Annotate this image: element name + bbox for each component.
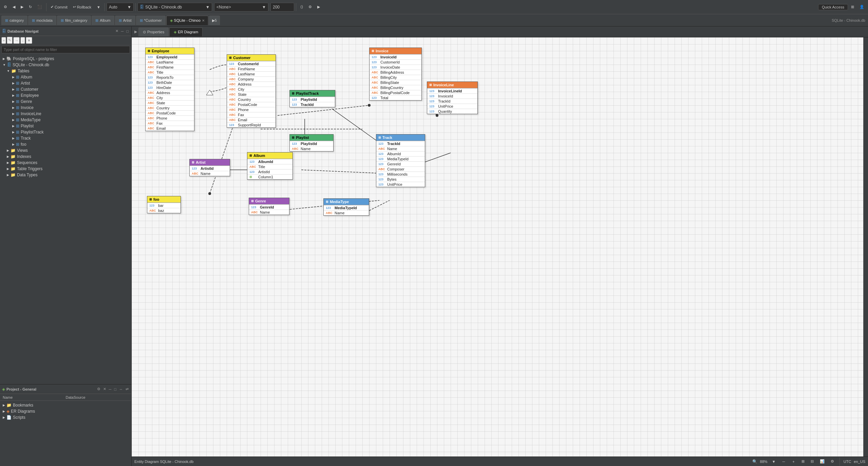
tree-customer[interactable]: ▶ ⊞ Customer bbox=[0, 86, 131, 92]
tab-close-btn[interactable]: ✕ bbox=[202, 19, 205, 22]
zoom-chart-btn[interactable]: 📊 bbox=[818, 458, 826, 465]
toolbar-btn-extra1[interactable]: ⟨⟩ bbox=[298, 2, 305, 12]
db-nav-arrow1[interactable]: → bbox=[13, 37, 20, 44]
tab-album[interactable]: ⊞ Album bbox=[92, 16, 114, 25]
tab-sqlite-chinoo[interactable]: ◈ SQLite - Chinoo ✕ bbox=[166, 16, 208, 25]
tree-album[interactable]: ▶ ⊞ Album bbox=[0, 74, 131, 80]
db-nav-close[interactable]: ✕ bbox=[115, 28, 119, 34]
toolbar-btn-transaction[interactable]: ▼ bbox=[94, 2, 103, 12]
db-nav-arrow2[interactable]: ↓ bbox=[20, 37, 25, 44]
tree-datatypes[interactable]: ▶ 📁 Data Types bbox=[0, 172, 131, 178]
project-max[interactable]: □ bbox=[113, 387, 117, 392]
scripts-icon: 📄 bbox=[6, 415, 12, 420]
toolbar-btn-extra3[interactable]: ▶ bbox=[315, 2, 322, 12]
project-min[interactable]: ─ bbox=[108, 387, 112, 392]
er-table-invoice[interactable]: ⊞ Invoice 123InvoiceId 123CustomerId 123… bbox=[369, 48, 422, 101]
tree-mediatype[interactable]: ▶ ⊞ MediaType bbox=[0, 117, 131, 123]
db-nav-add[interactable]: + bbox=[1, 37, 6, 44]
tree-track[interactable]: ▶ ⊞ Track bbox=[0, 135, 131, 141]
auto-combo[interactable]: Auto ▼ bbox=[107, 3, 134, 12]
playlisttrack-hdr-label: PlaylistTrack bbox=[296, 91, 319, 95]
er-scrollbar-right[interactable] bbox=[863, 37, 868, 456]
tree-genre[interactable]: ▶ ⊞ Genre bbox=[0, 98, 131, 105]
project-arrow1[interactable]: ↔ bbox=[118, 387, 124, 392]
tree-postgres[interactable]: ▶ 🐘 PostgreSQL - postgres bbox=[0, 56, 131, 62]
er-table-artist-header: ⊞ Artist bbox=[190, 159, 230, 166]
tab-mockdata-label: mockdata bbox=[36, 18, 53, 22]
er-table-album[interactable]: ⊞ Album 123AlbumId ABCTitle 123ArtistId … bbox=[247, 152, 293, 180]
tab-category[interactable]: ⊞ category bbox=[1, 16, 27, 25]
rollback-icon: ↩ bbox=[73, 5, 76, 9]
er-canvas-wrapper[interactable]: ⊞ Employee 123EmployeeId ABCLastName ABC… bbox=[132, 37, 863, 456]
zoom-dropdown-btn[interactable]: ▼ bbox=[770, 458, 777, 465]
er-table-playlist[interactable]: ⊞ Playlist 123PlaylistId ABCName bbox=[289, 134, 334, 151]
tab-customer[interactable]: ⊞ *Customer bbox=[136, 16, 166, 25]
er-table-foo[interactable]: ⊞ foo 123bar ABCbaz bbox=[147, 196, 181, 213]
tab-film-category[interactable]: ⊞ film_category bbox=[57, 16, 91, 25]
subtabs-arrow[interactable]: ▶ bbox=[133, 30, 138, 34]
er-table-playlisttrack[interactable]: ⊞ PlaylistTrack 123PlaylistId 123TrackId bbox=[289, 90, 335, 107]
playlisttrack-expand: ▶ bbox=[12, 130, 15, 134]
er-table-customer[interactable]: ⊞ Customer 123CustomerId ABCFirstName AB… bbox=[227, 54, 276, 128]
er-table-genre[interactable]: ⊞ Genre 123GenreId ABCName bbox=[249, 198, 289, 215]
customer-expand: ▶ bbox=[12, 88, 15, 91]
zoom-fit-btn[interactable]: ⊞ bbox=[800, 458, 806, 465]
zoom-combo[interactable]: 200 bbox=[270, 3, 294, 12]
toolbar-btn-stop[interactable]: ⬛ bbox=[35, 2, 44, 12]
tree-bookmarks[interactable]: ▶ 📁 Bookmarks bbox=[0, 402, 131, 408]
tree-foo[interactable]: ▶ ⊞ foo bbox=[0, 141, 131, 147]
tab-mockdata[interactable]: ⊞ mockdata bbox=[28, 16, 56, 25]
toolbar-btn-nav[interactable]: ⚙ bbox=[1, 2, 10, 12]
tree-invoice[interactable]: ▶ ⊞ Invoice bbox=[0, 105, 131, 111]
toolbar-btn-grid[interactable]: ⊞ bbox=[849, 2, 856, 12]
db-nav-min[interactable]: ─ bbox=[120, 29, 125, 34]
toolbar-btn-forward[interactable]: ▶ bbox=[18, 2, 26, 12]
er-table-invoiceline[interactable]: ⊞ InvoiceLine 123InvoiceLineId 123Invoic… bbox=[427, 82, 478, 114]
tree-indexes[interactable]: ▶ 📁 Indexes bbox=[0, 154, 131, 160]
toolbar-btn-rollback[interactable]: ↩ Rollback bbox=[71, 2, 94, 12]
toolbar-btn-extra2[interactable]: ⚙ bbox=[306, 2, 314, 12]
db-nav-max[interactable]: □ bbox=[126, 29, 129, 34]
schema-combo[interactable]: <None> ▼ bbox=[214, 3, 268, 12]
svg-point-1 bbox=[208, 192, 211, 195]
er-table-artist[interactable]: ⊞ Artist 123ArtistId ABCName bbox=[189, 159, 230, 176]
tab-sqlite-label: SQLite - Chinoo bbox=[174, 18, 201, 22]
er-customer-supportrepid: 123SupportRepId bbox=[227, 122, 276, 127]
subtab-er-diagram[interactable]: ◈ ER Diagram bbox=[169, 28, 203, 36]
tree-erdiagrams[interactable]: ▶ ◈ ER Diagrams bbox=[0, 408, 131, 414]
tree-playlisttrack[interactable]: ▶ ⊞ PlaylistTrack bbox=[0, 129, 131, 135]
toolbar-btn-commit[interactable]: ✔ Commit bbox=[48, 2, 70, 12]
project-close[interactable]: ✕ bbox=[102, 386, 107, 392]
zoom-settings-btn[interactable]: ⚙ bbox=[829, 458, 836, 465]
tree-invoiceline[interactable]: ▶ ⊞ InvoiceLine bbox=[0, 111, 131, 117]
db-nav-filter[interactable] bbox=[1, 46, 130, 53]
subtab-properties[interactable]: ⊙ Properties bbox=[138, 28, 169, 36]
db-nav-menu[interactable]: ▼ bbox=[26, 37, 32, 44]
invoice-hdr-label: Invoice bbox=[376, 49, 389, 53]
tree-playlist[interactable]: ▶ ⊞ Playlist bbox=[0, 123, 131, 129]
tab-artist[interactable]: ⊞ Artist bbox=[115, 16, 135, 25]
tree-artist[interactable]: ▶ ⊞ Artist bbox=[0, 80, 131, 86]
er-table-track[interactable]: ⊞ Track 123TrackId ABCName 123AlbumId 12… bbox=[376, 134, 425, 187]
zoom-out-btn[interactable]: ─ bbox=[780, 458, 788, 465]
tree-scripts[interactable]: ▶ 📄 Scripts bbox=[0, 414, 131, 420]
project-arrow2[interactable]: ⇌ bbox=[125, 386, 129, 392]
tree-tabletriggers[interactable]: ▶ 📁 Table Triggers bbox=[0, 166, 131, 172]
tree-views[interactable]: ▶ 📁 Views bbox=[0, 147, 131, 154]
project-settings[interactable]: ⚙ bbox=[96, 386, 101, 392]
tree-employee[interactable]: ▶ ⊞ Employee bbox=[0, 92, 131, 98]
er-table-employee[interactable]: ⊞ Employee 123EmployeeId ABCLastName ABC… bbox=[145, 48, 194, 131]
tab-more[interactable]: ▶5 bbox=[209, 16, 220, 25]
tree-sequences[interactable]: ▶ 📁 Sequences bbox=[0, 160, 131, 166]
zoom-grid-btn[interactable]: ⊟ bbox=[809, 458, 815, 465]
tree-sqlite[interactable]: ▼ 🗄 SQLite - Chinook.db bbox=[0, 62, 131, 68]
db-nav-edit[interactable]: ✎ bbox=[7, 37, 13, 44]
tree-tables[interactable]: ▼ 📁 Tables bbox=[0, 68, 131, 74]
toolbar-btn-profile[interactable]: 👤 bbox=[857, 2, 867, 12]
db-combo[interactable]: 🗄 SQLite - Chinook.db ▼ bbox=[137, 3, 212, 12]
toolbar-btn-back[interactable]: ◀ bbox=[10, 2, 18, 12]
er-table-mediatype[interactable]: ⊞ MediaType 123MediaTypeId ABCName bbox=[323, 198, 369, 216]
playlist-hdr-icon: ⊞ bbox=[292, 136, 295, 139]
toolbar-btn-refresh[interactable]: ↻ bbox=[26, 2, 34, 12]
zoom-in-btn[interactable]: + bbox=[790, 458, 797, 465]
